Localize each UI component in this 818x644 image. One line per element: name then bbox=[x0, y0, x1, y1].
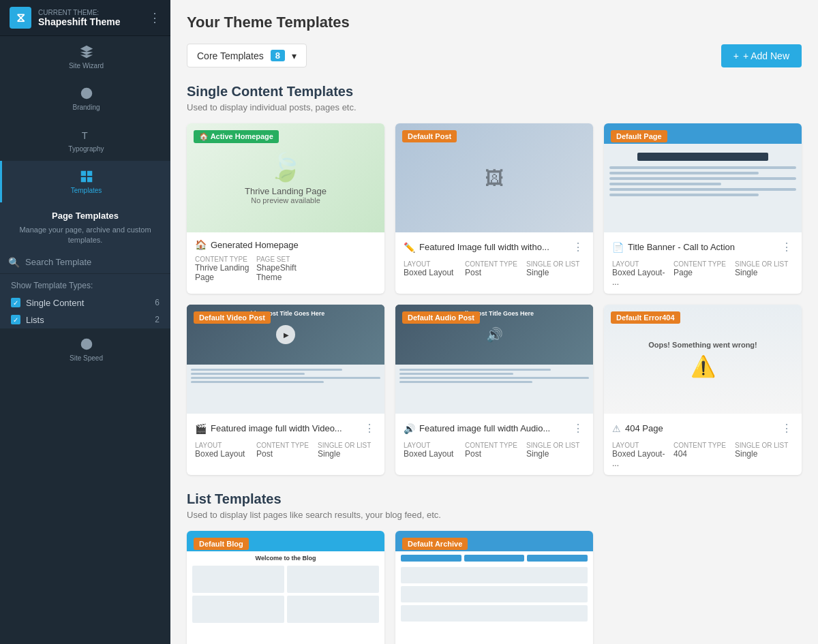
card-thumbnail: Default Archive bbox=[395, 531, 593, 640]
checkbox-lists[interactable]: ✓ bbox=[11, 315, 20, 324]
status-badge: Default Video Post bbox=[194, 311, 271, 324]
sidebar-item-site-wizard[interactable]: Site Wizard bbox=[0, 36, 170, 78]
plus-icon: + bbox=[733, 50, 739, 61]
card-title: 404 Page bbox=[625, 423, 663, 433]
dropdown-label: Core Templates bbox=[197, 50, 264, 61]
template-type-label: Lists bbox=[26, 315, 44, 325]
sidebar-item-branding[interactable]: Branding bbox=[0, 78, 170, 119]
sidebar: ⧖ Current Theme: Shapeshift Theme ⋮ Site… bbox=[0, 0, 170, 644]
single-content-section: Single Content Templates Used to display… bbox=[187, 84, 802, 475]
status-badge: Default Archive bbox=[402, 538, 468, 550]
svg-text:T: T bbox=[81, 130, 87, 141]
template-count-badge: 8 bbox=[271, 50, 285, 61]
card-thumbnail: Default Video Post Video Post Title Goes… bbox=[187, 305, 384, 414]
card-thumbnail: Default Audio Post Audio Post Title Goes… bbox=[395, 305, 593, 414]
templates-icon bbox=[79, 169, 94, 184]
core-templates-dropdown[interactable]: Core Templates 8 ▾ bbox=[187, 44, 307, 67]
card-menu-button[interactable]: ⋮ bbox=[780, 420, 793, 436]
current-theme-label: Current Theme: bbox=[38, 9, 121, 16]
sidebar-item-label: Branding bbox=[72, 104, 100, 111]
template-type-label: Single Content bbox=[26, 298, 84, 308]
edit-icon: ✏️ bbox=[404, 242, 415, 253]
show-template-types-label: Show Template Types: bbox=[0, 274, 170, 294]
card-menu-button[interactable]: ⋮ bbox=[571, 420, 585, 436]
audio-icon: 🔊 bbox=[404, 423, 415, 434]
main-content: Your Theme Templates Core Templates 8 ▾ … bbox=[170, 0, 818, 644]
template-card-featured-post[interactable]: Default Post ✏️ Edit 🖼 ✏️ Featured Image… bbox=[395, 123, 593, 294]
single-content-heading: Single Content Templates bbox=[187, 84, 802, 99]
page-templates-description: Manage your page, archive and custom tem… bbox=[0, 224, 170, 253]
svg-point-0 bbox=[80, 88, 92, 99]
template-card-generated-homepage[interactable]: 🏠 Active Homepage 🍃 Thrive Landing Page … bbox=[187, 123, 384, 294]
status-badge: Default Blog bbox=[194, 538, 249, 550]
audio-icon: 🔊 bbox=[486, 326, 503, 343]
error-icon: ⚠ bbox=[612, 423, 621, 434]
card-title: Featured image full width Video... bbox=[211, 423, 342, 433]
status-badge: Default Error404 bbox=[611, 311, 680, 324]
page-title: Your Theme Templates bbox=[187, 14, 802, 31]
template-type-single-content[interactable]: ✓ Single Content 6 bbox=[0, 294, 170, 311]
chevron-down-icon: ▾ bbox=[292, 50, 297, 61]
sidebar-item-label: Site Wizard bbox=[69, 62, 104, 70]
template-card-default-blog[interactable]: Default Blog Welcome to the Blog bbox=[187, 531, 384, 644]
sidebar-item-typography[interactable]: T Typography bbox=[0, 119, 170, 161]
card-title: Featured image full width Audio... bbox=[419, 423, 550, 433]
search-wrapper: 🔍 bbox=[0, 253, 170, 274]
sidebar-item-site-speed[interactable]: Site Speed bbox=[0, 328, 170, 370]
page-templates-section: Templates Page Templates Manage your pag… bbox=[0, 161, 170, 328]
card-menu-button[interactable]: ⋮ bbox=[780, 239, 793, 255]
template-card-404[interactable]: Default Error404 Oops! Something went wr… bbox=[604, 305, 802, 475]
status-badge: Default Page bbox=[611, 130, 667, 142]
doc-icon: 📄 bbox=[612, 242, 624, 253]
lists-count: 2 bbox=[155, 315, 160, 324]
svg-rect-5 bbox=[87, 177, 91, 182]
sidebar-menu-button[interactable]: ⋮ bbox=[149, 10, 161, 25]
card-thumbnail: Default Error404 Oops! Something went wr… bbox=[604, 305, 802, 414]
list-templates-subheading: Used to display list pages like search r… bbox=[187, 510, 802, 520]
sidebar-item-label: Templates bbox=[71, 187, 102, 194]
sidebar-header: ⧖ Current Theme: Shapeshift Theme ⋮ bbox=[0, 0, 170, 36]
card-thumbnail: Default Page bbox=[604, 123, 802, 232]
sidebar-item-label: Site Speed bbox=[70, 354, 103, 362]
template-type-lists[interactable]: ✓ Lists 2 bbox=[0, 311, 170, 328]
play-icon bbox=[276, 325, 295, 344]
home-icon: 🏠 bbox=[195, 239, 207, 250]
template-card-title-banner[interactable]: Default Page bbox=[604, 123, 802, 294]
speed-icon bbox=[79, 337, 94, 352]
card-title: Featured Image full width witho... bbox=[419, 242, 549, 252]
sidebar-nav: Site Wizard Branding T Typography Templa… bbox=[0, 36, 170, 644]
svg-rect-3 bbox=[87, 171, 91, 176]
single-content-count: 6 bbox=[155, 298, 160, 307]
search-icon: 🔍 bbox=[8, 257, 20, 268]
card-thumbnail: Default Post ✏️ Edit 🖼 bbox=[395, 123, 593, 232]
list-templates-grid: Default Blog Welcome to the Blog bbox=[187, 531, 802, 644]
card-menu-button[interactable]: ⋮ bbox=[363, 420, 376, 436]
card-menu-button[interactable]: ⋮ bbox=[571, 239, 585, 255]
card-title: Title Banner - Call to Action bbox=[628, 242, 735, 252]
svg-rect-2 bbox=[80, 171, 85, 176]
card-thumbnail: Default Blog Welcome to the Blog bbox=[187, 531, 384, 640]
video-icon: 🎬 bbox=[195, 423, 207, 434]
template-card-audio-post[interactable]: Default Audio Post Audio Post Title Goes… bbox=[395, 305, 593, 475]
branding-icon bbox=[79, 86, 94, 101]
template-card-video-post[interactable]: Default Video Post Video Post Title Goes… bbox=[187, 305, 384, 475]
card-thumbnail: 🏠 Active Homepage 🍃 Thrive Landing Page … bbox=[187, 123, 384, 232]
add-new-button[interactable]: + + Add New bbox=[721, 44, 802, 67]
typography-icon: T bbox=[79, 127, 94, 142]
sidebar-item-label: Typography bbox=[68, 145, 104, 153]
page-templates-heading: Page Templates bbox=[0, 202, 170, 224]
template-card-default-archive[interactable]: Default Archive bbox=[395, 531, 593, 644]
sidebar-item-templates[interactable]: Templates bbox=[0, 161, 170, 202]
wizard-icon bbox=[79, 44, 94, 59]
list-templates-heading: List Templates bbox=[187, 491, 802, 507]
search-input[interactable] bbox=[25, 257, 162, 267]
theme-name: Shapeshift Theme bbox=[38, 16, 121, 27]
checkbox-single-content[interactable]: ✓ bbox=[11, 298, 20, 307]
error-icon: ⚠️ bbox=[691, 354, 716, 378]
status-badge: 🏠 Active Homepage bbox=[194, 130, 279, 143]
status-badge: Default Post bbox=[402, 130, 457, 142]
toolbar: Core Templates 8 ▾ + + Add New bbox=[187, 44, 802, 67]
status-badge: Default Audio Post bbox=[402, 311, 480, 324]
sidebar-logo: ⧖ bbox=[10, 7, 31, 29]
sidebar-header-text: Current Theme: Shapeshift Theme bbox=[38, 9, 121, 27]
